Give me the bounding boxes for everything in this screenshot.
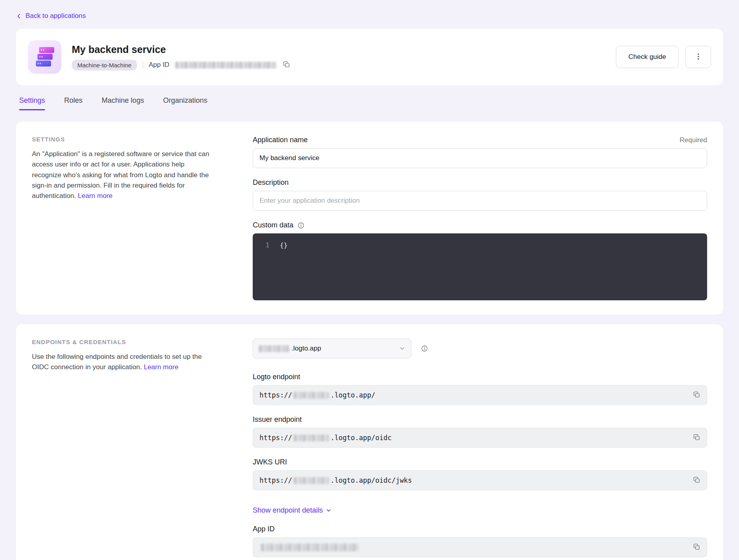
settings-card: SETTINGS An "Application" is a registere… [16, 121, 723, 315]
description-input[interactable] [253, 191, 707, 211]
endpoints-card: ENDPOINTS & CREDENTIALS Use the followin… [16, 324, 723, 560]
app-type-badge: Machine-to-Machine [72, 60, 137, 70]
jwks-uri-label: JWKS URI [253, 458, 287, 466]
required-indicator: Required [680, 136, 707, 144]
issuer-endpoint-field: Issuer endpoint https:// .logto.app/oidc [253, 415, 707, 448]
custom-data-field: Custom data 1 {} [253, 221, 707, 300]
tenant-id-redacted [293, 392, 329, 399]
tenant-domain-suffix: .logto.app [291, 345, 321, 352]
editor-line: 1 {} [253, 241, 707, 249]
tab-settings[interactable]: Settings [19, 96, 45, 110]
app-logo-icon [28, 40, 61, 74]
url-suffix: .logto.app/oidc [330, 434, 392, 442]
settings-section-description: An "Application" is a registered softwar… [32, 149, 215, 202]
back-link-label: Back to applications [26, 12, 86, 20]
app-id-field-label: App ID [253, 525, 275, 533]
chevron-down-icon [326, 507, 332, 513]
tenant-id-redacted [293, 435, 329, 441]
custom-data-label: Custom data [253, 221, 293, 229]
copy-icon [693, 476, 700, 485]
application-name-label: Application name [253, 136, 308, 144]
editor-line-number: 1 [261, 241, 269, 249]
settings-description-text: An "Application" is a registered softwar… [32, 150, 209, 200]
info-icon[interactable] [297, 222, 305, 229]
tenant-id-redacted [259, 345, 289, 352]
url-prefix: https:// [259, 476, 292, 484]
settings-card-aside: SETTINGS An "Application" is a registere… [32, 136, 215, 300]
custom-data-editor[interactable]: 1 {} [253, 233, 707, 300]
tab-organizations[interactable]: Organizations [163, 96, 207, 110]
chevron-left-icon [16, 13, 22, 19]
endpoints-learn-more-link[interactable]: Learn more [144, 363, 179, 371]
header-actions: Check guide [616, 46, 711, 68]
application-name-input[interactable] [253, 148, 707, 168]
show-endpoint-details-label: Show endpoint details [253, 506, 323, 515]
app-title: My backend service [72, 44, 291, 55]
meta-divider [143, 61, 143, 69]
jwks-uri-field: JWKS URI https:// .logto.app/oidc/jwks [253, 458, 707, 490]
issuer-endpoint-label: Issuer endpoint [253, 415, 302, 424]
endpoints-section-title: ENDPOINTS & CREDENTIALS [32, 339, 215, 345]
tab-machine-logs[interactable]: Machine logs [102, 96, 144, 110]
copy-logto-endpoint-button[interactable] [692, 390, 701, 400]
copy-icon [283, 61, 290, 69]
kebab-menu-icon [694, 53, 702, 62]
endpoints-card-aside: ENDPOINTS & CREDENTIALS Use the followin… [32, 339, 215, 557]
app-id-value [253, 537, 707, 557]
app-id-value-redacted [261, 544, 359, 551]
tab-bar: Settings Roles Machine logs Organization… [19, 96, 723, 110]
app-id-field: App ID [253, 525, 707, 557]
app-id-label: App ID [149, 61, 169, 69]
app-meta-row: Machine-to-Machine App ID [72, 60, 291, 70]
description-field: Description [253, 178, 707, 211]
settings-card-main: Application name Required Description Cu… [253, 136, 707, 300]
settings-learn-more-link[interactable]: Learn more [78, 192, 112, 200]
editor-code: {} [280, 241, 287, 249]
check-guide-button[interactable]: Check guide [616, 46, 678, 68]
more-actions-button[interactable] [686, 46, 711, 68]
show-endpoint-details-link[interactable]: Show endpoint details [253, 506, 332, 515]
url-suffix: .logto.app/oidc/jwks [330, 476, 412, 484]
copy-icon [693, 433, 700, 442]
copy-app-id-button[interactable] [282, 60, 291, 70]
copy-app-id-value-button[interactable] [692, 542, 701, 552]
endpoints-section-description: Use the following endpoints and credenti… [32, 352, 215, 373]
description-label: Description [253, 178, 289, 187]
chevron-down-icon [399, 345, 405, 352]
info-icon[interactable] [421, 345, 428, 352]
settings-section-title: SETTINGS [32, 136, 215, 143]
app-id-value-redacted [175, 62, 276, 69]
copy-icon [693, 391, 700, 399]
tab-roles[interactable]: Roles [64, 96, 83, 110]
logto-endpoint-field: Logto endpoint https:// .logto.app/ [253, 373, 707, 405]
page: Back to applications [0, 0, 739, 560]
back-to-applications-link[interactable]: Back to applications [16, 12, 86, 20]
logto-endpoint-value: https:// .logto.app/ [253, 385, 707, 405]
tenant-endpoint-row: .logto.app [253, 339, 707, 358]
jwks-uri-value: https:// .logto.app/oidc/jwks [253, 470, 707, 490]
copy-jwks-uri-button[interactable] [692, 475, 701, 486]
url-prefix: https:// [259, 434, 292, 442]
app-header-card: My backend service Machine-to-Machine Ap… [16, 29, 723, 85]
copy-icon [693, 543, 700, 552]
copy-issuer-endpoint-button[interactable] [692, 433, 701, 443]
app-header-info: My backend service Machine-to-Machine Ap… [72, 44, 291, 70]
logto-endpoint-label: Logto endpoint [253, 373, 300, 381]
url-prefix: https:// [259, 391, 292, 399]
endpoints-card-main: .logto.app Logto endpoint https:// .logt… [253, 339, 707, 557]
tenant-id-redacted [293, 477, 329, 484]
url-suffix: .logto.app/ [330, 391, 375, 399]
issuer-endpoint-value: https:// .logto.app/oidc [253, 428, 707, 448]
application-name-field: Application name Required [253, 136, 707, 168]
tenant-endpoint-select[interactable]: .logto.app [253, 339, 411, 358]
